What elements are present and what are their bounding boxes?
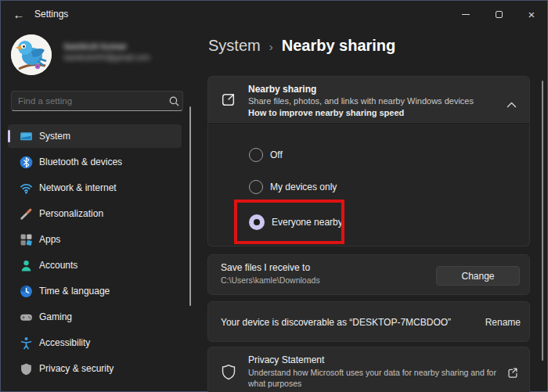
settings-window: ← Settings × kamlesh kumar kamlesh###@gm… bbox=[0, 0, 548, 392]
nearby-sharing-header-text: Nearby sharing Share files, photos, and … bbox=[248, 84, 474, 117]
sidebar-item-label: Gaming bbox=[39, 311, 72, 322]
radio-option-everyone-nearby[interactable]: Everyone nearby bbox=[249, 214, 343, 230]
sidebar-item-label: Accounts bbox=[39, 260, 78, 271]
gamepad-icon bbox=[20, 311, 33, 324]
breadcrumb-system[interactable]: System bbox=[208, 37, 261, 55]
breadcrumb-separator-icon: › bbox=[269, 38, 273, 53]
radio-option-my-devices-only[interactable]: My devices only bbox=[249, 179, 337, 195]
save-files-path: C:\Users\kamle\Downloads bbox=[221, 275, 320, 285]
sidebar-item-bluetooth[interactable]: Bluetooth & devices bbox=[8, 150, 182, 174]
chevron-up-icon[interactable] bbox=[507, 97, 517, 111]
sidebar-item-label: Network & internet bbox=[39, 182, 117, 193]
maximize-icon bbox=[496, 11, 503, 18]
rename-button[interactable]: Rename bbox=[485, 302, 521, 343]
brush-icon bbox=[20, 207, 33, 221]
profile-email: kamlesh###@gmail.com bbox=[64, 53, 150, 62]
nearby-sharing-title: Nearby sharing bbox=[248, 84, 474, 95]
search-input[interactable] bbox=[12, 96, 165, 106]
discoverable-text: Your device is discoverable as “DESKTOP-… bbox=[221, 302, 451, 343]
sidebar-item-network[interactable]: Network & internet bbox=[8, 176, 182, 200]
sidebar-item-label: Personalization bbox=[39, 208, 103, 219]
search-box bbox=[11, 91, 183, 111]
radio-option-off[interactable]: Off bbox=[249, 147, 283, 163]
sidebar-item-gaming[interactable]: Gaming bbox=[8, 305, 182, 329]
window-controls: × bbox=[449, 0, 548, 28]
privacy-description: Understand how Microsoft uses your data … bbox=[248, 368, 507, 389]
minimize-icon bbox=[462, 14, 470, 15]
privacy-text-block: Privacy Statement Understand how Microso… bbox=[248, 354, 507, 389]
maximize-button[interactable] bbox=[482, 0, 515, 28]
wifi-icon bbox=[20, 182, 33, 195]
bird-avatar-image bbox=[11, 34, 52, 75]
discoverable-card: Your device is discoverable as “DESKTOP-… bbox=[207, 301, 530, 342]
page-title: Nearby sharing bbox=[282, 37, 396, 55]
sidebar-item-privacy-security[interactable]: Privacy & security bbox=[8, 357, 182, 380]
search-icon[interactable] bbox=[165, 96, 182, 106]
sidebar-item-label: Time & language bbox=[39, 286, 110, 297]
selected-indicator bbox=[8, 130, 10, 142]
sidebar-item-personalization[interactable]: Personalization bbox=[8, 202, 182, 225]
back-arrow-icon: ← bbox=[13, 8, 25, 21]
radio-checked-icon bbox=[249, 214, 265, 230]
external-link-icon[interactable] bbox=[507, 367, 518, 382]
improve-speed-link[interactable]: How to improve nearby sharing speed bbox=[248, 108, 474, 117]
shield-outline-icon bbox=[221, 364, 236, 384]
sidebar-item-apps[interactable]: Apps bbox=[8, 228, 182, 251]
sidebar-nav: System Bluetooth & devices Network & int… bbox=[8, 124, 182, 383]
radio-unchecked-icon bbox=[249, 148, 263, 162]
breadcrumb: System › Nearby sharing bbox=[208, 37, 395, 55]
privacy-statement-card[interactable]: Privacy Statement Understand how Microso… bbox=[207, 347, 530, 392]
clock-icon bbox=[20, 285, 33, 298]
sidebar-item-label: Apps bbox=[39, 234, 60, 245]
minimize-button[interactable] bbox=[449, 0, 482, 28]
save-files-title: Save files I receive to bbox=[221, 262, 310, 273]
profile-name: kamlesh kumar bbox=[64, 41, 127, 51]
avatar[interactable] bbox=[11, 34, 52, 75]
privacy-title: Privacy Statement bbox=[248, 354, 507, 365]
sidebar-item-system[interactable]: System bbox=[8, 124, 182, 148]
sidebar-item-accessibility[interactable]: Accessibility bbox=[8, 331, 182, 354]
radio-unchecked-icon bbox=[249, 180, 263, 194]
change-button[interactable]: Change bbox=[436, 266, 520, 286]
nearby-sharing-options: Off My devices only Everyone nearby bbox=[207, 123, 530, 246]
shield-small-icon bbox=[20, 362, 33, 376]
sidebar-item-label: Bluetooth & devices bbox=[39, 156, 122, 167]
nearby-sharing-description: Share files, photos, and links with near… bbox=[248, 96, 474, 106]
accessibility-person-icon bbox=[20, 336, 33, 350]
sidebar-item-time-language[interactable]: Time & language bbox=[8, 279, 182, 303]
bluetooth-icon bbox=[20, 156, 33, 169]
sidebar-scrollbar[interactable] bbox=[189, 106, 191, 306]
content-scrollbar[interactable] bbox=[542, 81, 543, 361]
save-files-card: Save files I receive to C:\Users\kamle\D… bbox=[207, 254, 530, 295]
sidebar-item-label: Privacy & security bbox=[39, 363, 114, 374]
title-bar: ← Settings × bbox=[0, 0, 548, 28]
close-icon: × bbox=[528, 9, 535, 20]
back-button[interactable]: ← bbox=[9, 5, 28, 23]
close-button[interactable]: × bbox=[515, 0, 548, 28]
person-icon bbox=[20, 259, 33, 272]
system-icon bbox=[20, 130, 33, 143]
app-title: Settings bbox=[34, 0, 68, 28]
nearby-share-icon bbox=[220, 92, 236, 111]
nearby-sharing-card-header[interactable]: Nearby sharing Share files, photos, and … bbox=[207, 76, 530, 123]
sidebar-item-accounts[interactable]: Accounts bbox=[8, 254, 182, 277]
sidebar-item-label: Accessibility bbox=[39, 337, 90, 348]
apps-grid-icon bbox=[20, 233, 33, 246]
sidebar-item-label: System bbox=[39, 131, 70, 142]
